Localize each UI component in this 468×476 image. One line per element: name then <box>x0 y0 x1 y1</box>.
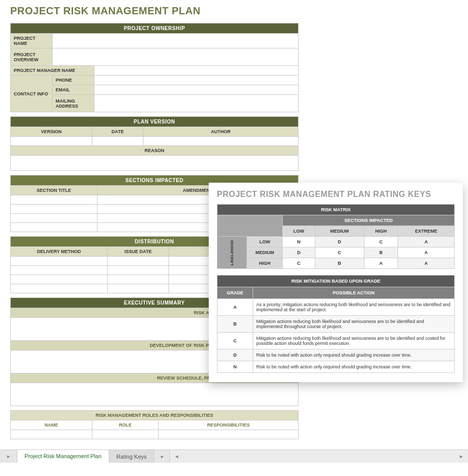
table-row[interactable] <box>11 284 108 293</box>
grade-cell: B <box>217 316 253 333</box>
field-reason[interactable] <box>11 156 299 171</box>
table-row[interactable] <box>11 275 108 284</box>
col-issue-date: ISSUE DATE <box>108 247 169 257</box>
risk-matrix-table: RISK MATRIX SECTIONS IMPACTED LOW MEDIUM… <box>217 204 455 269</box>
rating-keys-overlay: PROJECT RISK MANAGEMENT PLAN RATING KEYS… <box>209 183 463 382</box>
roles-header: RISK MANAGEMENT ROLES AND RESPONSIBILITI… <box>11 411 299 420</box>
cell-author[interactable] <box>143 137 299 146</box>
scroll-left-icon[interactable]: ◄ <box>172 454 181 459</box>
table-row[interactable] <box>11 214 97 223</box>
field-phone[interactable] <box>94 76 299 85</box>
label-email: EMAIL <box>53 85 94 95</box>
matrix-cell: A <box>398 258 455 269</box>
matrix-col-medium: MEDIUM <box>315 226 364 237</box>
col-date: DATE <box>92 127 143 137</box>
page-title: PROJECT RISK MANAGEMENT PLAN <box>10 5 458 17</box>
matrix-cell: D <box>283 247 315 258</box>
table-row[interactable] <box>108 275 169 284</box>
matrix-side-label: LIKELIHOOD <box>217 237 247 269</box>
grade-cell: N <box>217 361 253 373</box>
matrix-sub-header: SECTIONS IMPACTED <box>283 215 455 226</box>
field-exec-3[interactable] <box>11 383 299 406</box>
matrix-row-high: HIGH <box>247 258 283 269</box>
grade-cell: D <box>217 349 253 361</box>
action-cell: Mitigation actions reducing both likelih… <box>253 333 455 349</box>
add-sheet-button[interactable]: + <box>154 450 169 463</box>
matrix-cell: D <box>315 237 364 247</box>
label-pm-name: PROJECT MANAGER NAME <box>11 66 94 76</box>
cell-date[interactable] <box>92 137 143 146</box>
label-contact-info: CONTACT INFO <box>11 76 53 112</box>
plan-version-header: PLAN VERSION <box>11 117 299 127</box>
matrix-cell: N <box>283 237 315 247</box>
matrix-header: RISK MATRIX <box>217 205 455 215</box>
matrix-corner <box>217 215 283 237</box>
horizontal-scrollbar[interactable]: ◄ ► <box>169 450 468 463</box>
field-project-overview[interactable] <box>53 48 299 66</box>
scroll-right-icon[interactable]: ► <box>457 454 466 459</box>
action-cell: Mitigation actions reducing both likelih… <box>253 316 455 333</box>
tab-project-risk-plan[interactable]: Project Risk Management Plan <box>17 450 109 463</box>
table-row[interactable] <box>108 257 169 266</box>
table-row[interactable] <box>108 266 169 275</box>
matrix-row-low: LOW <box>247 237 283 247</box>
label-reason: REASON <box>11 146 299 156</box>
col-delivery-method: DELIVERY METHOD <box>11 247 108 257</box>
label-mailing: MAILING ADDRESS <box>53 95 94 112</box>
label-phone: PHONE <box>53 76 94 85</box>
mitigation-table: RISK MITIGATION BASED UPON GRADE GRADE P… <box>217 275 455 373</box>
table-row[interactable] <box>11 430 92 439</box>
col-action: POSSIBLE ACTION <box>253 287 455 299</box>
plan-version-table: PLAN VERSION VERSION DATE AUTHOR REASON <box>10 116 299 171</box>
col-section-title: SECTION TITLE <box>11 186 97 195</box>
matrix-cell: A <box>398 247 455 258</box>
matrix-col-high: HIGH <box>364 226 398 237</box>
roles-table: RISK MANAGEMENT ROLES AND RESPONSIBILITI… <box>10 410 299 439</box>
field-project-name[interactable] <box>53 34 299 48</box>
field-mailing[interactable] <box>94 95 299 112</box>
overlay-title: PROJECT RISK MANAGEMENT PLAN RATING KEYS <box>217 190 455 199</box>
action-cell: Risk to be noted with action only requir… <box>253 349 455 361</box>
table-row[interactable] <box>11 257 108 266</box>
mitigation-header: RISK MITIGATION BASED UPON GRADE <box>217 275 455 287</box>
sheet-tabs: ▸ Project Risk Management Plan Rating Ke… <box>0 449 468 463</box>
tab-nav-prev-icon[interactable]: ▸ <box>0 450 17 463</box>
col-responsibilities: RESPONSIBILITIES <box>159 420 299 430</box>
label-project-name: PROJECT NAME <box>11 34 53 48</box>
matrix-cell: C <box>283 258 315 269</box>
col-author: AUTHOR <box>143 127 299 137</box>
matrix-col-low: LOW <box>283 226 315 237</box>
action-cell: As a priority, mitigation actions reduci… <box>253 299 455 316</box>
matrix-cell: B <box>364 247 398 258</box>
table-row[interactable] <box>11 266 108 275</box>
matrix-cell: A <box>398 237 455 247</box>
cell-version[interactable] <box>11 137 92 146</box>
ownership-table: PROJECT OWNERSHIP PROJECT NAME PROJECT O… <box>10 23 299 112</box>
matrix-row-medium: MEDIUM <box>247 247 283 258</box>
table-row[interactable] <box>159 430 299 439</box>
field-pm-name[interactable] <box>94 66 299 76</box>
field-email[interactable] <box>94 85 299 95</box>
action-cell: Risk to be noted with action only requir… <box>253 361 455 373</box>
matrix-cell: C <box>364 237 398 247</box>
grade-cell: C <box>217 333 253 349</box>
table-row[interactable] <box>108 284 169 293</box>
col-grade: GRADE <box>217 287 253 299</box>
col-version: VERSION <box>11 127 92 137</box>
matrix-cell: A <box>364 258 398 269</box>
tab-rating-keys[interactable]: Rating Keys <box>109 450 154 463</box>
table-row[interactable] <box>92 430 159 439</box>
matrix-cell: B <box>315 258 364 269</box>
col-name: NAME <box>11 420 92 430</box>
ownership-header: PROJECT OWNERSHIP <box>11 23 299 34</box>
label-project-overview: PROJECT OVERVIEW <box>11 48 53 66</box>
table-row[interactable] <box>11 223 97 232</box>
table-row[interactable] <box>11 205 97 214</box>
matrix-cell: C <box>315 247 364 258</box>
table-row[interactable] <box>11 195 97 205</box>
col-role: ROLE <box>92 420 159 430</box>
matrix-col-extreme: EXTREME <box>398 226 455 237</box>
grade-cell: A <box>217 299 253 316</box>
